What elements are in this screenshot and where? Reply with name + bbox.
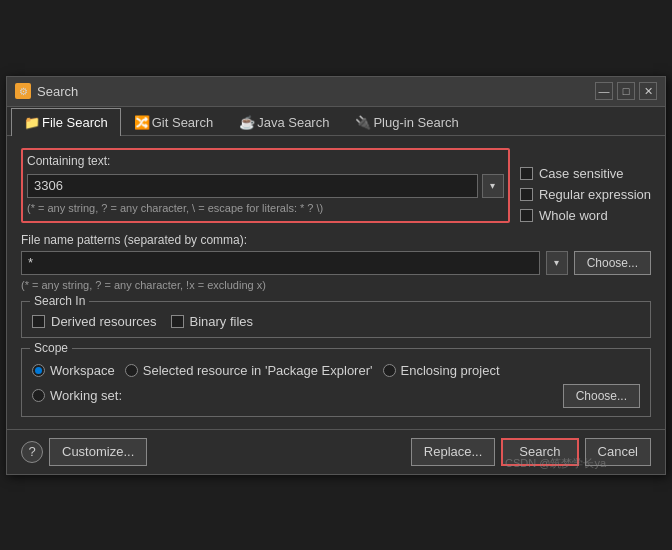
minimize-button[interactable]: —: [595, 82, 613, 100]
selected-resource-option[interactable]: Selected resource in 'Package Explorer': [125, 363, 373, 378]
replace-button[interactable]: Replace...: [411, 438, 496, 466]
customize-button[interactable]: Customize...: [49, 438, 147, 466]
tab-plugin-search[interactable]: 🔌 Plug-in Search: [342, 108, 471, 136]
working-set-option[interactable]: Working set:: [32, 388, 122, 403]
enclosing-project-radio[interactable]: [383, 364, 396, 377]
workspace-label: Workspace: [50, 363, 115, 378]
case-sensitive-checkbox[interactable]: [520, 167, 533, 180]
working-set-radio[interactable]: [32, 389, 45, 402]
containing-text-dropdown[interactable]: ▾: [482, 174, 504, 198]
close-button[interactable]: ✕: [639, 82, 657, 100]
whole-word-option[interactable]: Whole word: [520, 208, 651, 223]
git-search-icon: 🔀: [134, 115, 148, 129]
containing-text-section: Containing text: ▾ (* = any string, ? = …: [21, 148, 651, 223]
search-in-title: Search In: [30, 294, 89, 308]
working-set-label: Working set:: [50, 388, 122, 403]
workspace-radio[interactable]: [32, 364, 45, 377]
binary-files-label: Binary files: [190, 314, 254, 329]
scope-title: Scope: [30, 341, 72, 355]
file-name-patterns-input[interactable]: [21, 251, 540, 275]
case-sensitive-label: Case sensitive: [539, 166, 624, 181]
tab-git-search[interactable]: 🔀 Git Search: [121, 108, 226, 136]
binary-files-checkbox[interactable]: [171, 315, 184, 328]
scope-group: Scope Workspace Selected resource in 'Pa…: [21, 348, 651, 417]
dialog-title: Search: [37, 84, 78, 99]
file-name-patterns-dropdown[interactable]: ▾: [546, 251, 568, 275]
regular-expression-label: Regular expression: [539, 187, 651, 202]
whole-word-label: Whole word: [539, 208, 608, 223]
containing-text-label: Containing text:: [27, 154, 504, 168]
derived-resources-label: Derived resources: [51, 314, 157, 329]
enclosing-project-label: Enclosing project: [401, 363, 500, 378]
title-bar: ⚙ Search — □ ✕: [7, 77, 665, 107]
selected-resource-radio[interactable]: [125, 364, 138, 377]
regular-expression-checkbox[interactable]: [520, 188, 533, 201]
tabs-bar: 📁 File Search 🔀 Git Search ☕ Java Search…: [7, 107, 665, 136]
file-name-patterns-choose-button[interactable]: Choose...: [574, 251, 651, 275]
case-sensitive-option[interactable]: Case sensitive: [520, 166, 651, 181]
whole-word-checkbox[interactable]: [520, 209, 533, 222]
file-search-icon: 📁: [24, 115, 38, 129]
dialog-icon: ⚙: [15, 83, 31, 99]
plugin-search-icon: 🔌: [355, 115, 369, 129]
dialog-content: Containing text: ▾ (* = any string, ? = …: [7, 136, 665, 429]
regular-expression-option[interactable]: Regular expression: [520, 187, 651, 202]
tab-java-search[interactable]: ☕ Java Search: [226, 108, 342, 136]
search-options: Case sensitive Regular expression Whole …: [520, 148, 651, 223]
derived-resources-checkbox[interactable]: [32, 315, 45, 328]
search-in-group: Search In Derived resources Binary files: [21, 301, 651, 338]
containing-text-hint: (* = any string, ? = any character, \ = …: [27, 202, 504, 214]
maximize-button[interactable]: □: [617, 82, 635, 100]
java-search-icon: ☕: [239, 115, 253, 129]
file-name-patterns-label: File name patterns (separated by comma):: [21, 233, 651, 247]
selected-resource-label: Selected resource in 'Package Explorer': [143, 363, 373, 378]
binary-files-option[interactable]: Binary files: [171, 314, 254, 329]
tab-file-search[interactable]: 📁 File Search: [11, 108, 121, 136]
help-button[interactable]: ?: [21, 441, 43, 463]
containing-text-box: Containing text: ▾ (* = any string, ? = …: [21, 148, 510, 223]
search-dialog: ⚙ Search — □ ✕ 📁 File Search 🔀 Git Searc…: [6, 76, 666, 475]
watermark: CSDN @筑梦学长ya: [505, 456, 606, 471]
file-name-patterns-hint: (* = any string, ? = any character, !x =…: [21, 279, 651, 291]
scope-choose-button[interactable]: Choose...: [563, 384, 640, 408]
workspace-option[interactable]: Workspace: [32, 363, 115, 378]
enclosing-project-option[interactable]: Enclosing project: [383, 363, 500, 378]
file-name-patterns-section: File name patterns (separated by comma):…: [21, 233, 651, 291]
derived-resources-option[interactable]: Derived resources: [32, 314, 157, 329]
containing-text-input[interactable]: [27, 174, 478, 198]
